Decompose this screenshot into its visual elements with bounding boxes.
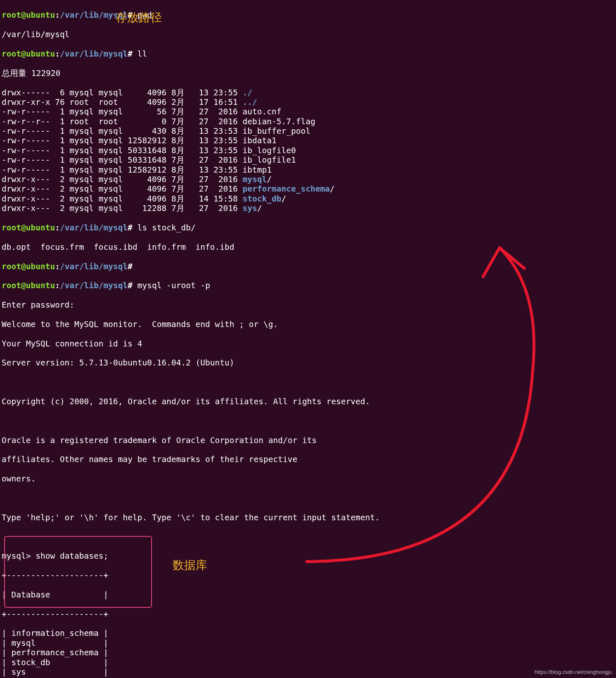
- db-table-rows: | information_schema || mysql || perform…: [2, 628, 614, 677]
- mysql-trademark: affiliates. Other names may be trademark…: [2, 455, 614, 464]
- terminal-output[interactable]: root@ubuntu:/var/lib/mysql# pwd /var/lib…: [0, 0, 616, 678]
- mysql-help: Type 'help;' or '\h' for help. Type '\c'…: [2, 513, 614, 522]
- mysql-enter-pw: Enter password:: [2, 300, 614, 310]
- ll-row: -rw-r----- 1 mysql mysql 12582912 8月 13 …: [2, 165, 614, 175]
- ll-row: drwxr-x--- 2 mysql mysql 12288 7月 27 201…: [2, 204, 614, 213]
- prompt-line: root@ubuntu:/var/lib/mysql# ll: [2, 49, 614, 59]
- watermark: https://blog.csdn.net/zenghongju: [535, 669, 612, 676]
- ll-row: drwxr-xr-x 76 root root 4096 2月 17 16:51…: [2, 97, 614, 107]
- ll-row: drwxr-x--- 2 mysql mysql 4096 7月 27 2016…: [2, 175, 614, 184]
- db-row: | mysql |: [2, 638, 614, 648]
- prompt-line: root@ubuntu:/var/lib/mysql#: [2, 262, 614, 271]
- prompt-user: root: [2, 10, 21, 20]
- cmd-show-db: show databases;: [36, 551, 108, 561]
- ll-row: -rw-r----- 1 mysql mysql 56 7月 27 2016 a…: [2, 107, 614, 116]
- prompt-line: root@ubuntu:/var/lib/mysql# mysql -uroot…: [2, 281, 614, 290]
- ll-row: -rw-r----- 1 mysql mysql 50331648 7月 27 …: [2, 155, 614, 165]
- mysql-copyright: Copyright (c) 2000, 2016, Oracle and/or …: [2, 397, 614, 406]
- ls-output: db.opt focus.frm focus.ibd info.frm info…: [2, 242, 614, 252]
- annotation-storage-path: 存放路径: [116, 11, 162, 25]
- ll-listing: drwx------ 6 mysql mysql 4096 8月 13 23:5…: [2, 88, 614, 213]
- db-row: | sys |: [2, 667, 614, 677]
- prompt-line: root@ubuntu:/var/lib/mysql# pwd: [2, 10, 614, 20]
- ll-row: -rw-r--r-- 1 root root 0 7月 27 2016 debi…: [2, 117, 614, 126]
- db-row: | information_schema |: [2, 628, 614, 638]
- ll-row: -rw-r----- 1 mysql mysql 12582912 8月 13 …: [2, 136, 614, 145]
- cmd-ll: ll: [137, 49, 147, 59]
- mysql-trademark: owners.: [2, 474, 614, 484]
- db-row: | stock_db |: [2, 658, 614, 667]
- cmd-mysql: mysql -uroot -p: [137, 281, 210, 290]
- db-table-border: +--------------------+: [2, 571, 614, 580]
- mysql-trademark: Oracle is a registered trademark of Orac…: [2, 436, 614, 445]
- mysql-conn-id: Your MySQL connection id is 4: [2, 339, 614, 348]
- ll-row: drwxr-x--- 2 mysql mysql 4096 7月 27 2016…: [2, 184, 614, 194]
- ll-row: drwxr-x--- 2 mysql mysql 4096 8月 14 15:5…: [2, 194, 614, 204]
- mysql-welcome: Welcome to the MySQL monitor. Commands e…: [2, 320, 614, 329]
- db-row: | performance_schema |: [2, 648, 614, 657]
- mysql-prompt-line: mysql> show databases;: [2, 551, 614, 561]
- ll-total: 总用量 122920: [2, 69, 614, 78]
- annotation-database: 数据库: [173, 558, 207, 572]
- pwd-output: /var/lib/mysql: [2, 30, 614, 39]
- prompt-host: ubuntu: [26, 10, 55, 20]
- cmd-ls: ls stock_db/: [137, 223, 196, 232]
- ll-row: -rw-r----- 1 mysql mysql 50331648 8月 13 …: [2, 146, 614, 155]
- prompt-line: root@ubuntu:/var/lib/mysql# ls stock_db/: [2, 223, 614, 232]
- db-table-border: +--------------------+: [2, 609, 614, 619]
- ll-row: drwx------ 6 mysql mysql 4096 8月 13 23:5…: [2, 88, 614, 97]
- ll-row: -rw-r----- 1 mysql mysql 430 8月 13 23:53…: [2, 126, 614, 136]
- mysql-version: Server version: 5.7.13-0ubuntu0.16.04.2 …: [2, 358, 614, 367]
- mysql-prompt: mysql>: [2, 551, 36, 561]
- db-table-header: | Database |: [2, 590, 614, 600]
